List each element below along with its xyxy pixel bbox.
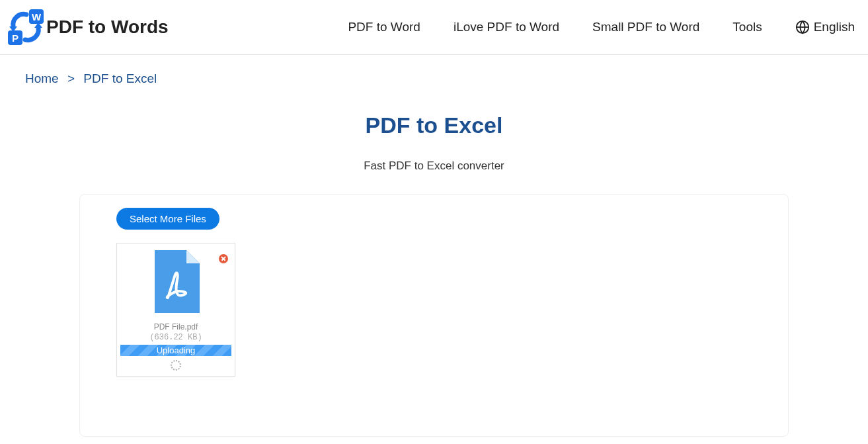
language-label: English <box>814 20 855 34</box>
breadcrumb-separator: > <box>67 71 75 85</box>
logo[interactable]: W P PDF to Words <box>7 8 169 46</box>
page-subtitle: Fast PDF to Excel converter <box>0 159 868 173</box>
svg-text:W: W <box>32 11 42 22</box>
nav-ilove-pdf-to-word[interactable]: iLove PDF to Word <box>454 20 559 34</box>
page-title: PDF to Excel <box>0 112 868 138</box>
header: W P PDF to Words PDF to Word iLove PDF t… <box>0 0 868 55</box>
file-size: (636.22 KB) <box>117 333 235 342</box>
svg-text:P: P <box>12 32 19 44</box>
file-card: PDF File.pdf (636.22 KB) Uploading <box>116 243 235 377</box>
file-name: PDF File.pdf <box>117 322 235 332</box>
remove-file-button[interactable] <box>219 254 228 263</box>
globe-icon <box>795 20 810 34</box>
logo-icon: W P <box>7 8 45 46</box>
upload-progress-bar: Uploading <box>120 345 231 356</box>
breadcrumb-current[interactable]: PDF to Excel <box>83 71 157 85</box>
select-more-files-button[interactable]: Select More Files <box>116 208 219 230</box>
main-nav: PDF to Word iLove PDF to Word Small PDF … <box>348 20 855 34</box>
language-selector[interactable]: English <box>795 20 855 34</box>
pdf-file-icon <box>149 250 202 313</box>
converter-panel: Select More Files PDF File.pdf (636.22 K… <box>79 194 789 437</box>
nav-small-pdf-to-word[interactable]: Small PDF to Word <box>592 20 699 34</box>
breadcrumb: Home > PDF to Excel <box>0 55 868 96</box>
breadcrumb-home[interactable]: Home <box>25 71 59 85</box>
nav-tools[interactable]: Tools <box>732 20 762 34</box>
loading-spinner-icon <box>171 360 181 371</box>
brand-name: PDF to Words <box>46 17 169 38</box>
nav-pdf-to-word[interactable]: PDF to Word <box>348 20 420 34</box>
